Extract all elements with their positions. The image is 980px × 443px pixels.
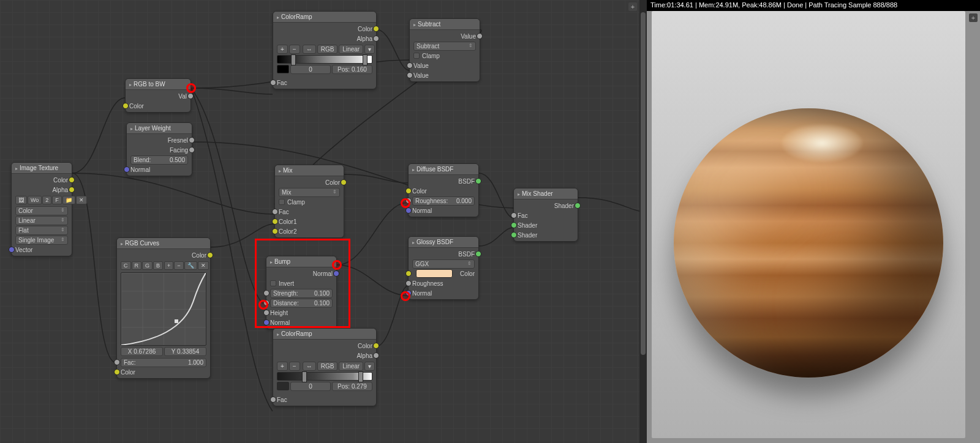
out-normal: Normal bbox=[313, 270, 333, 277]
node-colorramp-top[interactable]: ColorRamp Color Alpha + − ↔ RGB Linear ▾… bbox=[273, 11, 377, 89]
clamp-checkbox[interactable] bbox=[413, 53, 420, 59]
curve-tab-c[interactable]: C bbox=[121, 261, 131, 270]
node-colorramp-bottom[interactable]: ColorRamp Color Alpha + − ↔ RGB Linear ▾… bbox=[273, 328, 377, 406]
image-users[interactable]: 2 bbox=[42, 196, 51, 204]
ramp-del-icon[interactable]: − bbox=[289, 362, 300, 371]
ramp-gradient[interactable] bbox=[277, 372, 372, 381]
in-fac: Fac bbox=[518, 212, 528, 219]
ramp-mode[interactable]: RGB bbox=[317, 45, 338, 54]
in-normal: Normal bbox=[130, 166, 150, 173]
node-title: RGB to BW bbox=[126, 79, 190, 90]
ramp-mode[interactable]: RGB bbox=[317, 362, 338, 371]
curve-tab-r[interactable]: R bbox=[132, 261, 142, 270]
out-color: Color bbox=[53, 177, 68, 184]
in-color: Color bbox=[412, 188, 427, 195]
in-shader1: Shader bbox=[518, 222, 537, 229]
in-roughness: Roughness bbox=[412, 280, 443, 287]
out-alpha: Alpha bbox=[356, 35, 372, 42]
ramp-add-icon[interactable]: + bbox=[277, 45, 288, 54]
out-val: Val bbox=[178, 93, 187, 100]
ramp-add-icon[interactable]: + bbox=[277, 362, 288, 371]
tools-icon[interactable]: 🔧 bbox=[184, 261, 197, 270]
roughness-field[interactable]: Roughness:0.000 bbox=[412, 196, 475, 206]
ramp-swatch[interactable] bbox=[277, 382, 289, 390]
node-title: RGB Curves bbox=[117, 238, 210, 249]
maximize-icon[interactable]: + bbox=[969, 13, 978, 22]
ramp-index[interactable]: 0 bbox=[290, 65, 331, 74]
out-alpha: Alpha bbox=[356, 352, 372, 359]
fac-field[interactable]: Fac:1.000 bbox=[121, 358, 206, 367]
blend-field[interactable]: Blend:0.500 bbox=[130, 155, 188, 165]
scrollbar-thumb[interactable] bbox=[641, 12, 646, 355]
interpolation[interactable]: Linear bbox=[15, 216, 68, 225]
ramp-pos[interactable]: Pos: 0.279 bbox=[332, 382, 372, 391]
in-value1: Value bbox=[413, 62, 429, 69]
out-bsdf: BSDF bbox=[458, 251, 475, 258]
in-normal: Normal bbox=[412, 207, 432, 214]
node-title: Diffuse BSDF bbox=[409, 164, 478, 175]
curve-y[interactable]: Y 0.33854 bbox=[164, 347, 206, 356]
curve-x[interactable]: X 0.67286 bbox=[121, 347, 163, 356]
image-fake[interactable]: F bbox=[52, 196, 62, 204]
source[interactable]: Single Image bbox=[15, 236, 68, 245]
ramp-del-icon[interactable]: − bbox=[289, 45, 300, 54]
node-diffuse[interactable]: Diffuse BSDF BSDF Color Roughness:0.000 … bbox=[408, 163, 479, 217]
ramp-index[interactable]: 0 bbox=[290, 382, 331, 391]
in-normal: Normal bbox=[412, 290, 432, 297]
out-color: Color bbox=[358, 26, 372, 32]
curve-widget[interactable] bbox=[121, 272, 206, 346]
node-layer-weight[interactable]: Layer Weight Fresnel Facing Blend:0.500 … bbox=[126, 122, 192, 176]
node-editor[interactable]: Image Texture Color Alpha 🖼 Wo 2 F 📁 ✕ C… bbox=[0, 0, 639, 443]
node-title: Layer Weight bbox=[127, 123, 192, 134]
ramp-menu-icon[interactable]: ▾ bbox=[364, 362, 375, 371]
out-value: Value bbox=[461, 33, 476, 40]
node-title: Image Texture bbox=[12, 163, 72, 174]
projection[interactable]: Flat bbox=[15, 226, 68, 235]
ramp-gradient[interactable] bbox=[277, 55, 372, 64]
node-mix-shader[interactable]: Mix Shader Shader Fac Shader Shader bbox=[513, 188, 578, 242]
node-glossy[interactable]: Glossy BSDF BSDF GGX Color Roughness Nor… bbox=[408, 236, 479, 300]
distance-field[interactable]: Distance:0.100 bbox=[270, 299, 333, 308]
node-image-texture[interactable]: Image Texture Color Alpha 🖼 Wo 2 F 📁 ✕ C… bbox=[11, 162, 72, 256]
curve-tab-b[interactable]: B bbox=[153, 261, 163, 270]
reset-icon[interactable]: ✕ bbox=[198, 261, 209, 270]
node-subtract[interactable]: Subtract Value Subtract Clamp Value Valu… bbox=[409, 18, 480, 82]
in-fac: Fac bbox=[279, 209, 289, 215]
ramp-flip-icon[interactable]: ↔ bbox=[303, 45, 316, 54]
ramp-menu-icon[interactable]: ▾ bbox=[364, 45, 375, 54]
invert-checkbox[interactable] bbox=[270, 280, 276, 286]
clamp-checkbox[interactable] bbox=[279, 199, 285, 205]
node-bump[interactable]: Bump Normal Invert Strength:0.100 Distan… bbox=[266, 256, 337, 329]
color-swatch[interactable] bbox=[416, 269, 453, 278]
zoom-out-icon[interactable]: − bbox=[174, 261, 183, 270]
ramp-pos[interactable]: Pos: 0.160 bbox=[332, 65, 372, 74]
ramp-interp[interactable]: Linear bbox=[339, 45, 363, 54]
node-mix[interactable]: Mix Color Mix Clamp Fac Color1 Color2 bbox=[274, 165, 344, 238]
ramp-swatch[interactable] bbox=[277, 65, 289, 73]
in-vector: Vector bbox=[15, 247, 32, 253]
node-rgb-curves[interactable]: RGB Curves Color C R G B + − 🔧 ✕ X 0.672… bbox=[116, 237, 211, 379]
ramp-flip-icon[interactable]: ↔ bbox=[303, 362, 316, 371]
blend-mode[interactable]: Mix bbox=[279, 188, 340, 197]
node-title: Mix bbox=[275, 165, 344, 176]
image-open-icon[interactable]: 📁 bbox=[62, 196, 75, 204]
operation[interactable]: Subtract bbox=[413, 42, 476, 51]
maximize-icon[interactable]: + bbox=[628, 2, 637, 11]
in-fac: Fac bbox=[277, 80, 287, 86]
node-title: Glossy BSDF bbox=[409, 237, 478, 248]
image-browse-icon[interactable]: 🖼 bbox=[15, 196, 27, 204]
out-alpha: Alpha bbox=[52, 187, 68, 193]
color-space[interactable]: Color bbox=[15, 206, 68, 215]
image-unlink-icon[interactable]: ✕ bbox=[76, 196, 87, 204]
node-title: ColorRamp bbox=[273, 329, 376, 340]
image-name[interactable]: Wo bbox=[28, 196, 42, 204]
distribution[interactable]: GGX bbox=[412, 259, 475, 269]
zoom-in-icon[interactable]: + bbox=[164, 261, 173, 270]
node-rgb-to-bw[interactable]: RGB to BW Val Color bbox=[125, 78, 191, 113]
scrollbar[interactable] bbox=[639, 0, 647, 443]
curve-tab-g[interactable]: G bbox=[142, 261, 153, 270]
ramp-interp[interactable]: Linear bbox=[339, 362, 363, 371]
render-viewport[interactable] bbox=[652, 11, 965, 438]
strength-field[interactable]: Strength:0.100 bbox=[270, 289, 333, 298]
in-color2: Color2 bbox=[279, 228, 296, 235]
